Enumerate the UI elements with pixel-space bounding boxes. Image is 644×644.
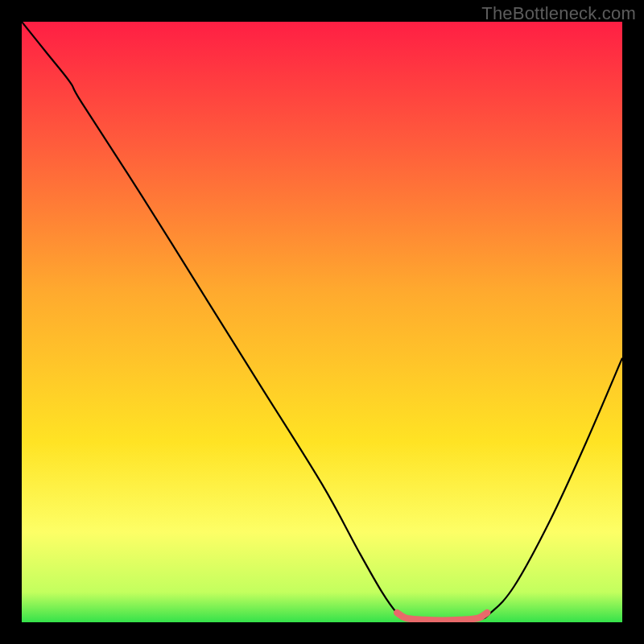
gradient-background [22,22,622,622]
chart-frame [22,22,622,622]
bottleneck-chart [22,22,622,622]
watermark-text: TheBottleneck.com [481,3,636,24]
